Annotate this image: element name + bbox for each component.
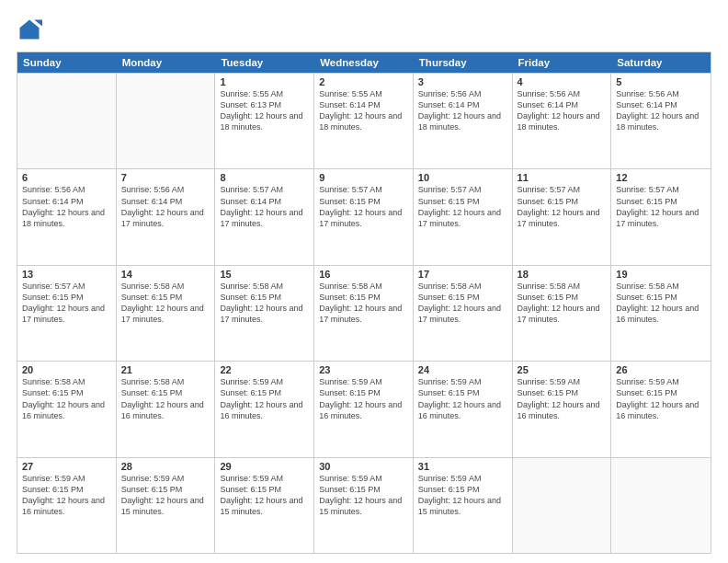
cell-info: Sunrise: 5:58 AM Sunset: 6:15 PM Dayligh…: [319, 281, 408, 326]
cell-info: Sunrise: 5:59 AM Sunset: 6:15 PM Dayligh…: [418, 473, 507, 518]
cell-date: 9: [319, 172, 408, 183]
cell-info: Sunrise: 5:58 AM Sunset: 6:15 PM Dayligh…: [22, 376, 111, 421]
cell-info: Sunrise: 5:59 AM Sunset: 6:15 PM Dayligh…: [22, 473, 111, 518]
header-day-saturday: Saturday: [611, 52, 711, 73]
cal-cell-empty-w4-6: [611, 458, 711, 553]
cell-info: Sunrise: 5:59 AM Sunset: 6:15 PM Dayligh…: [220, 473, 309, 518]
cell-date: 19: [616, 269, 706, 280]
header-day-thursday: Thursday: [414, 52, 513, 73]
cell-info: Sunrise: 5:58 AM Sunset: 6:15 PM Dayligh…: [121, 376, 210, 421]
cell-info: Sunrise: 5:59 AM Sunset: 6:15 PM Dayligh…: [220, 376, 309, 421]
cal-cell-20: 20Sunrise: 5:58 AM Sunset: 6:15 PM Dayli…: [17, 362, 117, 456]
svg-marker-0: [20, 20, 40, 40]
week-1: 1Sunrise: 5:55 AM Sunset: 6:13 PM Daylig…: [17, 73, 711, 168]
cell-info: Sunrise: 5:57 AM Sunset: 6:14 PM Dayligh…: [220, 184, 309, 229]
cal-cell-28: 28Sunrise: 5:59 AM Sunset: 6:15 PM Dayli…: [117, 458, 216, 553]
cal-cell-3: 3Sunrise: 5:56 AM Sunset: 6:14 PM Daylig…: [414, 74, 513, 168]
cal-cell-10: 10Sunrise: 5:57 AM Sunset: 6:15 PM Dayli…: [414, 169, 513, 264]
cal-cell-19: 19Sunrise: 5:58 AM Sunset: 6:15 PM Dayli…: [611, 266, 711, 361]
cell-info: Sunrise: 5:59 AM Sunset: 6:15 PM Dayligh…: [616, 376, 706, 421]
cal-cell-22: 22Sunrise: 5:59 AM Sunset: 6:15 PM Dayli…: [215, 362, 314, 456]
cal-cell-14: 14Sunrise: 5:58 AM Sunset: 6:15 PM Dayli…: [117, 266, 216, 361]
cal-cell-empty-w4-5: [513, 458, 612, 553]
cal-cell-5: 5Sunrise: 5:56 AM Sunset: 6:14 PM Daylig…: [611, 74, 711, 168]
header-day-sunday: Sunday: [17, 52, 117, 73]
cal-cell-12: 12Sunrise: 5:57 AM Sunset: 6:15 PM Dayli…: [611, 169, 711, 264]
calendar: SundayMondayTuesdayWednesdayThursdayFrid…: [17, 52, 711, 554]
cell-info: Sunrise: 5:56 AM Sunset: 6:14 PM Dayligh…: [616, 88, 706, 133]
cell-date: 14: [121, 269, 210, 280]
week-2: 6Sunrise: 5:56 AM Sunset: 6:14 PM Daylig…: [17, 168, 711, 264]
cell-date: 26: [616, 364, 706, 375]
cell-info: Sunrise: 5:59 AM Sunset: 6:15 PM Dayligh…: [319, 376, 408, 421]
cal-cell-24: 24Sunrise: 5:59 AM Sunset: 6:15 PM Dayli…: [414, 362, 513, 456]
cell-date: 3: [418, 76, 507, 87]
cal-cell-16: 16Sunrise: 5:58 AM Sunset: 6:15 PM Dayli…: [314, 266, 414, 361]
cell-info: Sunrise: 5:59 AM Sunset: 6:15 PM Dayligh…: [319, 473, 408, 518]
cell-info: Sunrise: 5:57 AM Sunset: 6:15 PM Dayligh…: [616, 184, 706, 229]
cell-info: Sunrise: 5:58 AM Sunset: 6:15 PM Dayligh…: [418, 281, 507, 326]
cell-info: Sunrise: 5:58 AM Sunset: 6:15 PM Dayligh…: [616, 281, 706, 326]
calendar-header: SundayMondayTuesdayWednesdayThursdayFrid…: [17, 52, 711, 73]
cell-info: Sunrise: 5:59 AM Sunset: 6:15 PM Dayligh…: [121, 473, 210, 518]
cell-date: 16: [319, 269, 408, 280]
cal-cell-21: 21Sunrise: 5:58 AM Sunset: 6:15 PM Dayli…: [117, 362, 216, 456]
cell-date: 12: [616, 172, 706, 183]
cell-info: Sunrise: 5:56 AM Sunset: 6:14 PM Dayligh…: [22, 184, 111, 229]
cal-cell-6: 6Sunrise: 5:56 AM Sunset: 6:14 PM Daylig…: [17, 169, 117, 264]
cell-date: 21: [121, 364, 210, 375]
cal-cell-13: 13Sunrise: 5:57 AM Sunset: 6:15 PM Dayli…: [17, 266, 117, 361]
cell-date: 1: [220, 76, 309, 87]
cell-date: 22: [220, 364, 309, 375]
cal-cell-empty-w0-0: [17, 74, 117, 168]
week-5: 27Sunrise: 5:59 AM Sunset: 6:15 PM Dayli…: [17, 457, 711, 553]
cal-cell-25: 25Sunrise: 5:59 AM Sunset: 6:15 PM Dayli…: [513, 362, 612, 456]
cell-date: 11: [518, 172, 607, 183]
cal-cell-empty-w0-1: [117, 74, 216, 168]
cell-date: 6: [22, 172, 111, 183]
header-day-tuesday: Tuesday: [215, 52, 314, 73]
cell-date: 20: [22, 364, 111, 375]
cell-info: Sunrise: 5:57 AM Sunset: 6:15 PM Dayligh…: [22, 281, 111, 326]
cal-cell-17: 17Sunrise: 5:58 AM Sunset: 6:15 PM Dayli…: [414, 266, 513, 361]
header-day-friday: Friday: [513, 52, 612, 73]
cell-date: 5: [616, 76, 706, 87]
cell-info: Sunrise: 5:55 AM Sunset: 6:14 PM Dayligh…: [319, 88, 408, 133]
week-4: 20Sunrise: 5:58 AM Sunset: 6:15 PM Dayli…: [17, 361, 711, 456]
cal-cell-2: 2Sunrise: 5:55 AM Sunset: 6:14 PM Daylig…: [314, 74, 414, 168]
cell-date: 30: [319, 461, 408, 472]
cal-cell-7: 7Sunrise: 5:56 AM Sunset: 6:14 PM Daylig…: [117, 169, 216, 264]
cell-date: 29: [220, 461, 309, 472]
logo: [17, 17, 46, 42]
cell-date: 8: [220, 172, 309, 183]
cell-info: Sunrise: 5:56 AM Sunset: 6:14 PM Dayligh…: [518, 88, 607, 133]
cell-info: Sunrise: 5:56 AM Sunset: 6:14 PM Dayligh…: [121, 184, 210, 229]
cal-cell-9: 9Sunrise: 5:57 AM Sunset: 6:15 PM Daylig…: [314, 169, 414, 264]
cell-info: Sunrise: 5:57 AM Sunset: 6:15 PM Dayligh…: [518, 184, 607, 229]
cal-cell-1: 1Sunrise: 5:55 AM Sunset: 6:13 PM Daylig…: [215, 74, 314, 168]
header-day-wednesday: Wednesday: [314, 52, 414, 73]
cell-date: 25: [518, 364, 607, 375]
cell-info: Sunrise: 5:57 AM Sunset: 6:15 PM Dayligh…: [418, 184, 507, 229]
cell-date: 7: [121, 172, 210, 183]
cell-date: 31: [418, 461, 507, 472]
cell-date: 17: [418, 269, 507, 280]
cell-date: 18: [518, 269, 607, 280]
cell-date: 28: [121, 461, 210, 472]
cal-cell-27: 27Sunrise: 5:59 AM Sunset: 6:15 PM Dayli…: [17, 458, 117, 553]
cal-cell-29: 29Sunrise: 5:59 AM Sunset: 6:15 PM Dayli…: [215, 458, 314, 553]
cell-info: Sunrise: 5:57 AM Sunset: 6:15 PM Dayligh…: [319, 184, 408, 229]
cal-cell-23: 23Sunrise: 5:59 AM Sunset: 6:15 PM Dayli…: [314, 362, 414, 456]
header: [17, 17, 711, 42]
cal-cell-31: 31Sunrise: 5:59 AM Sunset: 6:15 PM Dayli…: [414, 458, 513, 553]
cell-date: 10: [418, 172, 507, 183]
cell-date: 13: [22, 269, 111, 280]
page: SundayMondayTuesdayWednesdayThursdayFrid…: [0, 0, 728, 563]
cal-cell-15: 15Sunrise: 5:58 AM Sunset: 6:15 PM Dayli…: [215, 266, 314, 361]
cal-cell-8: 8Sunrise: 5:57 AM Sunset: 6:14 PM Daylig…: [215, 169, 314, 264]
cal-cell-4: 4Sunrise: 5:56 AM Sunset: 6:14 PM Daylig…: [513, 74, 612, 168]
cell-info: Sunrise: 5:58 AM Sunset: 6:15 PM Dayligh…: [121, 281, 210, 326]
calendar-body: 1Sunrise: 5:55 AM Sunset: 6:13 PM Daylig…: [17, 73, 711, 553]
cell-date: 2: [319, 76, 408, 87]
header-day-monday: Monday: [117, 52, 216, 73]
